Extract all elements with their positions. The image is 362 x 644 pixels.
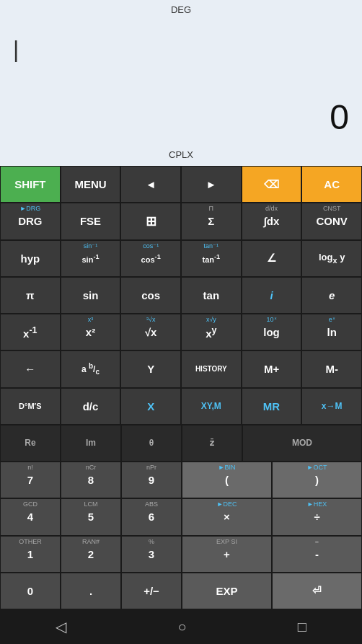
x-sq-label: x² xyxy=(86,326,95,338)
dms-button[interactable]: D°M′S xyxy=(0,388,61,425)
abc-button[interactable]: a b/c xyxy=(61,350,121,387)
history-label: HISTORY xyxy=(195,365,227,373)
arrow-back-button[interactable]: ← xyxy=(0,350,61,387)
sin-button[interactable]: sin xyxy=(61,277,121,314)
tan-inv-button[interactable]: tan⁻¹ tan-1 xyxy=(181,240,242,277)
tan-label: tan xyxy=(203,289,220,301)
plus-minus-button[interactable]: +/− xyxy=(121,573,182,609)
mr-button[interactable]: MR xyxy=(242,388,302,425)
backspace-button[interactable]: ⌫ xyxy=(242,166,302,203)
five-button[interactable]: LCM 5 xyxy=(61,498,121,535)
pi-button[interactable]: π xyxy=(0,277,61,314)
ln-button[interactable]: eˣ ln xyxy=(301,314,362,350)
e-button[interactable]: e xyxy=(301,277,362,314)
four-button[interactable]: GCD 4 xyxy=(0,498,61,535)
log-button[interactable]: 10ˣ log xyxy=(242,314,302,350)
other-sub: OTHER xyxy=(1,538,60,545)
hyp-button[interactable]: hyp xyxy=(0,240,61,277)
paren-close-button[interactable]: ►OCT ) xyxy=(272,462,362,498)
theta-button[interactable]: θ xyxy=(121,425,182,462)
im-button[interactable]: Im xyxy=(61,425,121,462)
zero-button[interactable]: 0 xyxy=(0,573,61,609)
one-label: 1 xyxy=(27,548,33,560)
exp-button[interactable]: EXP xyxy=(182,573,272,609)
dms-label: D°M′S xyxy=(19,402,41,410)
re-button[interactable]: Re xyxy=(0,425,61,462)
matrix-button[interactable]: ⊞ xyxy=(120,203,181,239)
cos-button[interactable]: cos xyxy=(120,277,181,314)
plus-label: + xyxy=(224,548,230,560)
hyp-label: hyp xyxy=(21,252,40,265)
minus-button[interactable]: = - xyxy=(272,536,362,573)
arrow-back-label: ← xyxy=(25,363,35,375)
multiply-button[interactable]: ►DEC × xyxy=(182,498,272,535)
one-button[interactable]: OTHER 1 xyxy=(0,536,61,573)
xym-button[interactable]: XY,M xyxy=(181,388,242,425)
seven-button[interactable]: n! 7 xyxy=(0,462,61,498)
minus-label: - xyxy=(315,548,319,560)
integral-label: ∫dx xyxy=(264,215,280,227)
enter-button[interactable]: ⏎ xyxy=(272,573,362,609)
left-arrow-button[interactable]: ◄ xyxy=(120,166,181,203)
z-bar-button[interactable]: z̄ xyxy=(182,425,242,462)
matrix-icon: ⊞ xyxy=(146,213,156,229)
conv-button[interactable]: CNST CONV xyxy=(301,203,362,239)
logxy-label: logx y xyxy=(319,252,345,265)
logxy-button[interactable]: logx y xyxy=(301,240,362,277)
sqrt-button[interactable]: ³√x √x xyxy=(120,314,181,350)
mod-button[interactable]: MOD xyxy=(242,425,362,462)
nav-bar: ◁ ○ □ xyxy=(0,609,362,644)
x-to-m-button[interactable]: x→M xyxy=(301,388,362,425)
re-label: Re xyxy=(25,438,35,448)
home-icon[interactable]: ○ xyxy=(177,619,186,635)
row-complex: Re Im θ z̄ MOD xyxy=(0,425,362,462)
dc-button[interactable]: d/c xyxy=(61,388,121,425)
y-label: Y xyxy=(147,363,154,375)
eight-button[interactable]: nCr 8 xyxy=(61,462,121,498)
m-plus-button[interactable]: M+ xyxy=(242,350,302,387)
angle-button[interactable]: ∠ xyxy=(242,240,302,277)
ac-button[interactable]: AC xyxy=(301,166,362,203)
integral-button[interactable]: d/dx ∫dx xyxy=(242,203,302,239)
nine-button[interactable]: nPr 9 xyxy=(121,462,182,498)
pi-label: π xyxy=(26,289,34,301)
cos-inv-button[interactable]: cos⁻¹ cos-1 xyxy=(120,240,181,277)
menu-button[interactable]: MENU xyxy=(61,166,121,203)
back-icon[interactable]: ◁ xyxy=(56,618,66,635)
row-456: GCD 4 LCM 5 ABS 6 ►DEC × ►HEX ÷ xyxy=(0,498,362,535)
ran-sub: RAN# xyxy=(61,538,120,545)
drg-label: DRG xyxy=(18,215,42,227)
six-button[interactable]: ABS 6 xyxy=(121,498,182,535)
two-button[interactable]: RAN# 2 xyxy=(61,536,121,573)
sin-label: sin xyxy=(83,289,99,301)
plus-button[interactable]: EXP SI + xyxy=(182,536,272,573)
recent-icon[interactable]: □ xyxy=(298,619,306,635)
xy-pow-button[interactable]: x√y xy xyxy=(181,314,242,350)
sin-inv-button[interactable]: sin⁻¹ sin-1 xyxy=(61,240,121,277)
right-arrow-button[interactable]: ► xyxy=(181,166,242,203)
dot-button[interactable]: . xyxy=(61,573,121,609)
equals-sub: = xyxy=(273,538,361,545)
shift-button[interactable]: SHIFT xyxy=(0,166,61,203)
sigma-button[interactable]: Π Σ xyxy=(181,203,242,239)
backspace-icon: ⌫ xyxy=(264,178,279,191)
fse-button[interactable]: FSE xyxy=(61,203,121,239)
m-minus-button[interactable]: M- xyxy=(301,350,362,387)
gcd-sub: GCD xyxy=(1,500,60,508)
i-button[interactable]: i xyxy=(242,277,302,314)
two-label: 2 xyxy=(88,548,94,560)
three-button[interactable]: % 3 xyxy=(121,536,182,573)
tan-button[interactable]: tan xyxy=(181,277,242,314)
keyboard: SHIFT MENU ◄ ► ⌫ AC ►DRG DRG FSE ⊞ Π xyxy=(0,166,362,609)
paren-open-button[interactable]: ►BIN ( xyxy=(182,462,272,498)
percent-sub: % xyxy=(122,538,181,545)
x-inv-button[interactable]: x-1 xyxy=(0,314,61,350)
x-mode-button[interactable]: X xyxy=(120,388,181,425)
row-trig: π sin cos tan i e xyxy=(0,277,362,314)
divide-button[interactable]: ►HEX ÷ xyxy=(272,498,362,535)
x-sq-button[interactable]: x³ x² xyxy=(61,314,121,350)
y-button[interactable]: Y xyxy=(120,350,181,387)
history-button[interactable]: HISTORY xyxy=(181,350,242,387)
drg-button[interactable]: ►DRG DRG xyxy=(0,203,61,239)
log-label: log xyxy=(263,326,280,338)
